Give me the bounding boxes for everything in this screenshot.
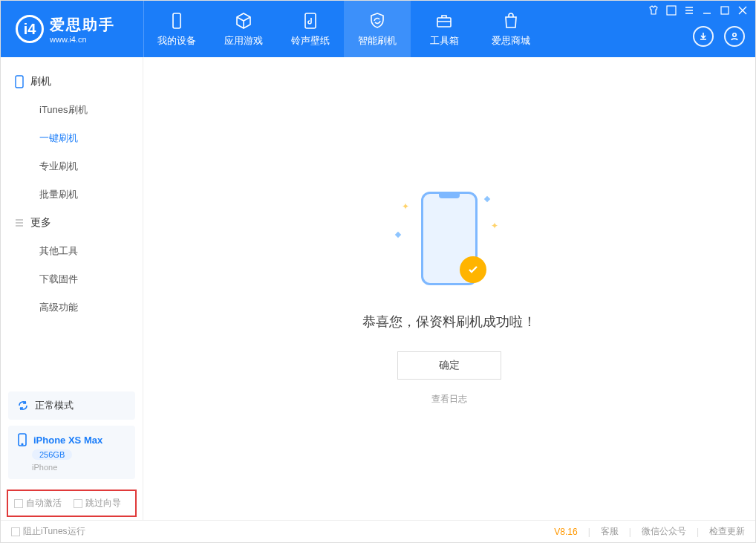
checkbox-label: 阻止iTunes运行 [23,525,85,538]
svg-point-5 [733,33,736,36]
checkbox-skip-guide[interactable]: 跳过向导 [74,497,121,510]
wechat-link[interactable]: 微信公众号 [642,525,686,538]
maximize-icon[interactable] [720,5,730,16]
checkbox-icon [11,527,20,536]
device-mode-label: 正常模式 [35,399,74,412]
app-title: 爱思助手 [50,15,115,35]
svg-rect-6 [16,76,23,88]
header-divider [143,1,144,57]
music-file-icon [301,11,320,30]
download-icon[interactable] [693,26,714,47]
tab-toolbox[interactable]: 工具箱 [411,1,478,57]
sidebar-item-advanced[interactable]: 高级功能 [1,293,143,322]
toolbox-icon [434,11,454,30]
app-url: www.i4.cn [50,35,115,44]
tab-label: 我的设备 [157,34,196,48]
list-icon [14,218,25,228]
tab-apps-games[interactable]: 应用游戏 [210,1,277,57]
status-bar: 阻止iTunes运行 V8.16 | 客服 | 微信公众号 | 检查更新 [1,520,755,542]
device-name: iPhone XS Max [33,435,102,446]
svg-point-8 [22,443,23,445]
success-illustration: ✦ ✦ [375,186,524,290]
cube-icon [234,11,253,30]
sidebar-group-title: 刷机 [30,75,51,88]
separator: | [629,527,631,537]
svg-rect-0 [173,13,180,28]
sidebar-group-more: 更多 [1,209,143,237]
tab-label: 工具箱 [430,34,459,48]
tab-my-device[interactable]: 我的设备 [143,1,210,57]
logo-block: i4 爱思助手 www.i4.cn [1,15,143,44]
checkbox-row-highlighted: 自动激活 跳过向导 [7,490,137,517]
checkbox-label: 自动激活 [26,497,62,510]
sidebar-item-download-firmware[interactable]: 下载固件 [1,265,143,293]
support-link[interactable]: 客服 [601,525,619,538]
version-label: V8.16 [554,527,577,537]
user-icon[interactable] [724,26,745,47]
top-tabs: 我的设备 应用游戏 铃声壁纸 智能刷机 工具箱 爱思商城 [143,1,544,57]
device-storage: 256GB [32,449,72,460]
tab-smart-flash[interactable]: 智能刷机 [344,1,411,57]
main-content: ✦ ✦ 恭喜您，保资料刷机成功啦！ 确定 查看日志 [143,57,755,520]
sidebar-item-pro-flash[interactable]: 专业刷机 [1,152,143,181]
tab-label: 铃声壁纸 [291,34,330,48]
logo-icon: i4 [16,15,44,43]
feedback-square-icon[interactable] [666,5,677,16]
sparkle-icon: ✦ [491,221,498,231]
sparkle-icon [395,232,401,238]
checkbox-label: 跳过向导 [85,497,121,510]
sparkle-icon [484,196,490,202]
phone-icon [14,75,25,88]
tab-store[interactable]: 爱思商城 [478,1,544,57]
svg-rect-3 [667,6,676,15]
sidebar: 刷机 iTunes刷机 一键刷机 专业刷机 批量刷机 更多 其他工具 下载固件 … [1,57,143,520]
sidebar-item-batch-flash[interactable]: 批量刷机 [1,181,143,209]
check-badge-icon [460,256,486,283]
shield-sync-icon [368,11,387,30]
device-info-card[interactable]: iPhone XS Max 256GB iPhone [8,426,135,479]
menu-icon[interactable] [684,5,694,16]
sidebar-item-one-click-flash[interactable]: 一键刷机 [1,124,143,152]
tab-label: 爱思商城 [492,34,530,48]
svg-rect-2 [437,18,451,27]
tab-ringtones-wallpaper[interactable]: 铃声壁纸 [277,1,344,57]
app-header: i4 爱思助手 www.i4.cn 我的设备 应用游戏 铃声壁纸 智能刷机 工具… [1,1,755,57]
sidebar-group-title: 更多 [30,216,51,230]
window-controls [648,5,748,16]
device-mode-card[interactable]: 正常模式 [8,391,135,420]
sidebar-group-flash: 刷机 [1,68,143,96]
separator: | [588,527,590,537]
svg-rect-1 [305,13,316,28]
sidebar-item-other-tools[interactable]: 其他工具 [1,237,143,265]
view-log-link[interactable]: 查看日志 [431,393,467,406]
minimize-icon[interactable] [702,5,712,16]
header-right-icons [693,26,745,47]
success-message: 恭喜您，保资料刷机成功啦！ [362,313,536,331]
sidebar-item-itunes-flash[interactable]: iTunes刷机 [1,96,143,124]
checkbox-auto-activate[interactable]: 自动激活 [14,497,62,510]
separator: | [697,527,699,537]
checkbox-icon [14,499,23,508]
sync-icon [17,400,29,412]
checkbox-block-itunes[interactable]: 阻止iTunes运行 [11,525,85,538]
tab-label: 智能刷机 [358,34,397,48]
svg-rect-4 [721,7,729,14]
body-area: 刷机 iTunes刷机 一键刷机 专业刷机 批量刷机 更多 其他工具 下载固件 … [1,57,755,520]
bag-icon [501,11,521,30]
check-update-link[interactable]: 检查更新 [709,525,745,538]
device-icon [167,11,186,30]
phone-icon [17,433,27,446]
skin-icon[interactable] [648,5,659,16]
device-type: iPhone [32,463,126,472]
tab-label: 应用游戏 [224,34,263,48]
checkbox-icon [74,499,82,508]
sparkle-icon: ✦ [402,201,409,212]
ok-button[interactable]: 确定 [397,351,501,380]
close-icon[interactable] [737,5,748,16]
